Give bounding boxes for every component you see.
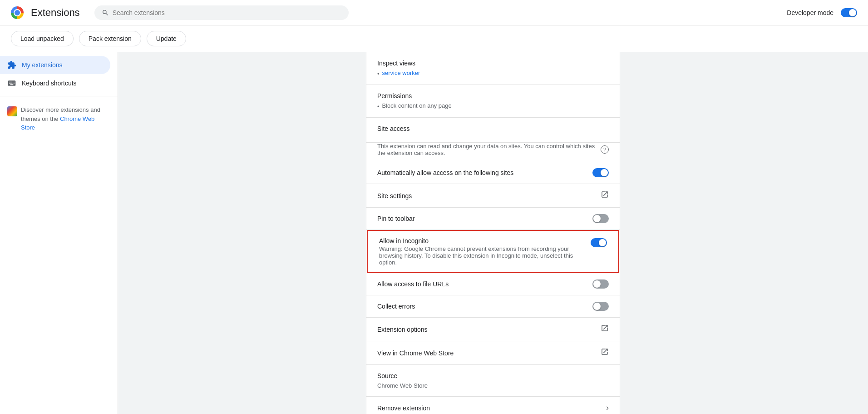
- auto-allow-toggle[interactable]: [592, 168, 609, 177]
- load-unpacked-button[interactable]: Load unpacked: [11, 31, 74, 46]
- site-settings-row[interactable]: Site settings: [366, 184, 620, 208]
- incognito-label: Allow in Incognito: [379, 237, 591, 244]
- webstore-icon: [7, 106, 17, 116]
- file-urls-row: Allow access to file URLs: [366, 273, 620, 295]
- permissions-section: Permissions • Block content on any page: [366, 85, 620, 118]
- extension-options-label: Extension options: [377, 326, 601, 333]
- source-section: Source Chrome Web Store: [366, 365, 620, 397]
- sidebar-item-keyboard-shortcuts[interactable]: Keyboard shortcuts: [0, 74, 110, 92]
- incognito-toggle[interactable]: [591, 238, 607, 247]
- permissions-value-item: • Block content on any page: [377, 102, 609, 110]
- permissions-value: Block content on any page: [382, 102, 452, 109]
- keyboard-icon: [7, 79, 16, 88]
- site-access-desc-row: This extension can read and change your …: [366, 143, 620, 162]
- sidebar-my-extensions-label: My extensions: [22, 61, 62, 69]
- dev-mode-toggle[interactable]: [841, 8, 857, 17]
- collect-errors-toggle[interactable]: [592, 302, 609, 311]
- bullet-dot-2: •: [377, 103, 380, 110]
- ext-detail-panel: Inspect views • service worker Permissio…: [366, 52, 620, 414]
- auto-allow-label: Automatically allow access on the follow…: [377, 169, 592, 176]
- remove-extension-row[interactable]: Remove extension ›: [366, 397, 620, 414]
- chevron-right-icon: ›: [606, 403, 609, 413]
- pin-toolbar-toggle[interactable]: [592, 214, 609, 223]
- page-title: Extensions: [31, 7, 80, 19]
- extension-options-row[interactable]: Extension options: [366, 318, 620, 341]
- view-in-store-label: View in Chrome Web Store: [377, 349, 601, 357]
- auto-allow-row: Automatically allow access on the follow…: [366, 162, 620, 184]
- chrome-logo: [11, 6, 24, 19]
- sidebar-divider: [0, 96, 118, 96]
- file-urls-label: Allow access to file URLs: [377, 280, 592, 288]
- file-urls-toggle[interactable]: [592, 279, 609, 289]
- incognito-section-highlighted: Allow in Incognito Warning: Google Chrom…: [367, 230, 619, 273]
- external-link-icon-options[interactable]: [601, 324, 609, 334]
- external-link-icon-store[interactable]: [601, 348, 609, 358]
- content-area: Inspect views • service worker Permissio…: [118, 52, 868, 414]
- help-icon[interactable]: ?: [601, 145, 609, 154]
- service-worker-link[interactable]: service worker: [382, 70, 420, 76]
- sidebar-promo: Discover more extensions and themes on t…: [0, 100, 118, 138]
- source-value: Chrome Web Store: [377, 382, 609, 389]
- view-in-store-row[interactable]: View in Chrome Web Store: [366, 341, 620, 365]
- sidebar-keyboard-label: Keyboard shortcuts: [22, 80, 77, 87]
- sidebar-item-my-extensions[interactable]: My extensions: [0, 56, 110, 74]
- top-bar: Extensions Developer mode: [0, 0, 868, 25]
- action-bar: Load unpacked Pack extension Update: [0, 25, 868, 52]
- site-access-section: Site access: [366, 118, 620, 143]
- puzzle-icon: [7, 60, 16, 70]
- search-bar: [94, 5, 349, 20]
- incognito-text-block: Allow in Incognito Warning: Google Chrom…: [379, 237, 591, 266]
- pin-toolbar-row: Pin to toolbar: [366, 208, 620, 230]
- external-link-icon-site[interactable]: [601, 190, 609, 201]
- collect-errors-row: Collect errors: [366, 295, 620, 318]
- bullet-dot: •: [377, 70, 380, 77]
- site-access-title: Site access: [377, 125, 609, 132]
- update-button[interactable]: Update: [147, 31, 186, 46]
- remove-extension-label: Remove extension: [377, 404, 606, 412]
- collect-errors-label: Collect errors: [377, 303, 592, 310]
- sidebar: My extensions Keyboard shortcuts Discove…: [0, 52, 118, 414]
- inspect-views-link-item: • service worker: [377, 70, 609, 77]
- search-icon: [102, 9, 109, 16]
- main-layout: My extensions Keyboard shortcuts Discove…: [0, 52, 868, 414]
- incognito-warning: Warning: Google Chrome cannot prevent ex…: [379, 245, 591, 266]
- incognito-row: Allow in Incognito Warning: Google Chrom…: [368, 231, 618, 272]
- inspect-views-title: Inspect views: [377, 60, 609, 67]
- permissions-title: Permissions: [377, 92, 609, 100]
- pin-toolbar-label: Pin to toolbar: [377, 215, 592, 222]
- source-title: Source: [377, 372, 609, 379]
- pack-extension-button[interactable]: Pack extension: [79, 31, 141, 46]
- site-settings-label: Site settings: [377, 192, 601, 200]
- dev-mode-label: Developer mode: [787, 9, 833, 16]
- search-input[interactable]: [113, 9, 341, 16]
- inspect-views-section: Inspect views • service worker: [366, 52, 620, 85]
- site-access-desc-text: This extension can read and change your …: [377, 143, 598, 156]
